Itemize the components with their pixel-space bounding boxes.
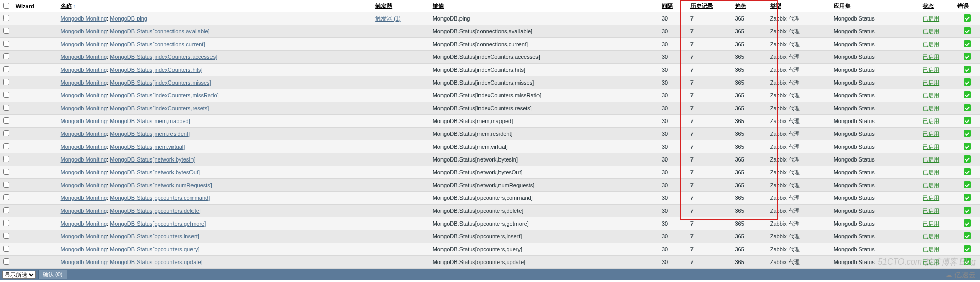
row-checkbox[interactable] [3,169,9,175]
template-link[interactable]: Mongodb Moniting [61,15,107,22]
wizard-cell[interactable] [13,243,57,256]
item-name-link[interactable]: MongoDB.Status[opcounters,insert] [110,233,199,239]
item-name-link[interactable]: MongoDB.Status[mem,mapped] [110,118,190,124]
wizard-cell[interactable] [13,256,57,269]
item-name-link[interactable]: MongoDB.Status[opcounters,delete] [110,208,201,214]
status-link[interactable]: 已启用 [923,169,939,175]
item-name-link[interactable]: MongoDB.Status[opcounters,query] [110,246,199,252]
template-link[interactable]: Mongodb Moniting [61,131,107,137]
row-checkbox[interactable] [3,220,9,226]
template-link[interactable]: Mongodb Moniting [61,156,107,163]
template-link[interactable]: Mongodb Moniting [61,220,107,227]
template-link[interactable]: Mongodb Moniting [61,41,107,47]
header-wizard[interactable]: Wizard [13,0,57,12]
row-checkbox[interactable] [3,66,9,72]
trigger-link[interactable]: 触发器 (1) [375,15,401,22]
row-checkbox[interactable] [3,79,9,85]
status-link[interactable]: 已启用 [923,28,939,34]
template-link[interactable]: Mongodb Moniting [61,54,107,60]
row-checkbox[interactable] [3,194,9,200]
item-name-link[interactable]: MongoDB.Status[network,bytesIn] [110,156,195,163]
wizard-cell[interactable] [13,140,57,153]
item-name-link[interactable]: MongoDB.Status[opcounters,getmore] [110,220,206,227]
item-name-link[interactable]: MongoDB.Status[network,bytesOut] [110,169,200,175]
template-link[interactable]: Mongodb Moniting [61,169,107,175]
header-trend[interactable]: 趋势 [732,0,767,12]
status-link[interactable]: 已启用 [923,92,939,98]
status-link[interactable]: 已启用 [923,220,939,227]
header-trigger[interactable]: 触发器 [372,0,430,12]
item-name-link[interactable]: MongoDB.Status[mem,resident] [110,131,190,137]
item-name-link[interactable]: MongoDB.Status[indexCounters,hits] [110,67,202,73]
status-link[interactable]: 已启用 [923,79,939,86]
row-checkbox[interactable] [3,258,9,265]
item-name-link[interactable]: MongoDB.Status[opcounters,update] [110,259,202,265]
status-link[interactable]: 已启用 [923,105,939,111]
go-button[interactable]: 确认 (0) [38,270,67,279]
wizard-cell[interactable] [13,89,57,102]
wizard-cell[interactable] [13,76,57,89]
row-checkbox[interactable] [3,92,9,98]
row-checkbox[interactable] [3,233,9,239]
status-link[interactable]: 已启用 [923,131,939,137]
status-link[interactable]: 已启用 [923,67,939,73]
wizard-cell[interactable] [13,217,57,230]
wizard-cell[interactable] [13,51,57,64]
item-name-link[interactable]: MongoDB.Status[connections,current] [110,41,205,47]
bulk-action-select[interactable]: 显示所选 [2,271,36,279]
select-all-checkbox[interactable] [3,3,9,9]
template-link[interactable]: Mongodb Moniting [61,144,107,150]
wizard-cell[interactable] [13,192,57,205]
template-link[interactable]: Mongodb Moniting [61,233,107,239]
template-link[interactable]: Mongodb Moniting [61,195,107,201]
row-checkbox[interactable] [3,28,9,34]
status-link[interactable]: 已启用 [923,156,939,163]
status-link[interactable]: 已启用 [923,208,939,214]
header-name[interactable]: 名称 ↑ [57,0,373,12]
status-link[interactable]: 已启用 [923,15,939,22]
item-name-link[interactable]: MongoDB.Status[indexCounters,misses] [110,79,211,86]
status-link[interactable]: 已启用 [923,54,939,60]
item-name-link[interactable]: MongoDB.Status[opcounters,command] [110,195,210,201]
wizard-cell[interactable] [13,102,57,115]
status-link[interactable]: 已启用 [923,233,939,239]
wizard-cell[interactable] [13,205,57,217]
row-checkbox[interactable] [3,156,9,162]
wizard-cell[interactable] [13,38,57,51]
item-name-link[interactable]: MongoDB.Status[indexCounters,resets] [110,105,209,111]
wizard-cell[interactable] [13,128,57,140]
status-link[interactable]: 已启用 [923,246,939,252]
wizard-cell[interactable] [13,64,57,76]
header-interval[interactable]: 间隔 [659,0,687,12]
item-name-link[interactable]: MongoDB.ping [110,15,147,22]
template-link[interactable]: Mongodb Moniting [61,67,107,73]
wizard-cell[interactable] [13,153,57,166]
template-link[interactable]: Mongodb Moniting [61,28,107,34]
row-checkbox[interactable] [3,41,9,47]
row-checkbox[interactable] [3,182,9,188]
row-checkbox[interactable] [3,143,9,149]
wizard-cell[interactable] [13,115,57,128]
status-link[interactable]: 已启用 [923,118,939,124]
row-checkbox[interactable] [3,15,9,21]
status-link[interactable]: 已启用 [923,41,939,47]
template-link[interactable]: Mongodb Moniting [61,246,107,252]
status-link[interactable]: 已启用 [923,195,939,201]
row-checkbox[interactable] [3,53,9,59]
template-link[interactable]: Mongodb Moniting [61,182,107,188]
item-name-link[interactable]: MongoDB.Status[mem,virtual] [110,144,185,150]
status-link[interactable]: 已启用 [923,182,939,188]
item-name-link[interactable]: MongoDB.Status[indexCounters,accesses] [110,54,217,60]
template-link[interactable]: Mongodb Moniting [61,259,107,265]
item-name-link[interactable]: MongoDB.Status[connections,available] [110,28,209,34]
template-link[interactable]: Mongodb Moniting [61,118,107,124]
wizard-cell[interactable] [13,179,57,192]
row-checkbox[interactable] [3,130,9,136]
header-type[interactable]: 类型 [767,0,831,12]
status-link[interactable]: 已启用 [923,144,939,150]
template-link[interactable]: Mongodb Moniting [61,92,107,98]
header-key[interactable]: 键值 [430,0,659,12]
wizard-cell[interactable] [13,230,57,243]
template-link[interactable]: Mongodb Moniting [61,79,107,86]
row-checkbox[interactable] [3,246,9,252]
